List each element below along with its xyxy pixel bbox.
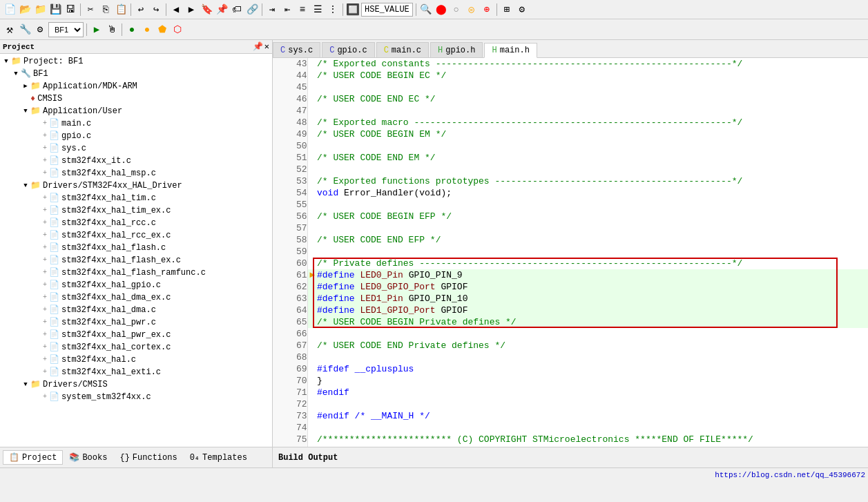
tree-hal-tim-ex[interactable]: + 📄 stm32f4xx_hal_tim_ex.c <box>0 204 272 217</box>
line-code <box>317 81 868 93</box>
tree-system-stm32[interactable]: + 📄 system_stm32f4xx.c <box>0 391 272 403</box>
tab-functions[interactable]: {} Functions <box>113 451 183 465</box>
table-row: 47 <box>273 105 868 117</box>
yellow-circle-icon[interactable]: ● <box>140 23 154 37</box>
tab-gpio-h[interactable]: H gpio.h <box>430 42 483 57</box>
toolbar-top: 📄 📂 📁 💾 🖫 ✂ ⎘ 📋 ↩ ↪ ◀ ▶ 🔖 📌 🏷 🔗 ⇥ ⇤ ≡ ☰ … <box>0 0 868 19</box>
open-icon[interactable]: 📁 <box>33 3 47 17</box>
bf1-expand-icon[interactable]: ▼ <box>11 68 21 79</box>
new-icon[interactable]: 📄 <box>3 3 17 17</box>
tree-sys-c[interactable]: ▶ + 📄 sys.c <box>0 142 272 155</box>
tree-drivers-cmsis[interactable]: ▼ 📁 Drivers/CMSIS <box>0 378 272 391</box>
align3-icon[interactable]: ⋮ <box>326 3 340 17</box>
tab-gpio-c[interactable]: C gpio.c <box>322 42 374 57</box>
open-folder-icon[interactable]: 📂 <box>18 3 32 17</box>
window-icon[interactable]: ⊞ <box>500 3 514 17</box>
inspect-icon[interactable]: 🔍 <box>419 3 433 17</box>
sys32-plus-icon: + <box>43 392 47 403</box>
tree-hal-exti[interactable]: + 📄 stm32f4xx_hal_exti.c <box>0 366 272 378</box>
align-icon[interactable]: ≡ <box>296 3 309 17</box>
hal-icon: 📄 <box>49 354 59 365</box>
remove-breakpoint-icon[interactable]: ⬡ <box>171 23 184 37</box>
halgpio-plus-icon: + <box>43 280 47 291</box>
settings-icon[interactable]: ⚙ <box>515 3 529 17</box>
cursor-icon[interactable]: 🖱 <box>105 23 119 37</box>
tab-main-c[interactable]: C main.c <box>376 42 429 57</box>
tree-hal-pwr[interactable]: + 📄 stm32f4xx_hal_pwr.c <box>0 316 272 329</box>
bookmark2-icon[interactable]: 📌 <box>215 3 229 17</box>
hal-expand-icon[interactable]: ▼ <box>21 180 30 191</box>
target-selector[interactable]: BF1 <box>48 22 84 37</box>
cut-icon[interactable]: ✂ <box>84 3 97 17</box>
tab-project[interactable]: 📋 Project <box>3 450 63 465</box>
tree-hal-rcc-ex[interactable]: + 📄 stm32f4xx_hal_rcc_ex.c <box>0 229 272 242</box>
line-number: 51 <box>273 152 307 164</box>
tree-hal-pwr-ex[interactable]: + 📄 stm32f4xx_hal_pwr_ex.c <box>0 329 272 341</box>
tab-main-h[interactable]: H main.h <box>484 43 537 58</box>
line-arrow <box>307 152 317 164</box>
build3-icon[interactable]: ⚙ <box>33 23 47 37</box>
indent-icon[interactable]: ⇥ <box>265 3 279 17</box>
code-editor[interactable]: 43/* Exported constants ----------------… <box>273 58 868 447</box>
tree-root[interactable]: ▼ 📁 Project: BF1 <box>0 55 272 68</box>
tree-main-c[interactable]: ▶ + 📄 main.c <box>0 117 272 130</box>
align2-icon[interactable]: ☰ <box>311 3 325 17</box>
tree-hal-rcc[interactable]: + 📄 stm32f4xx_hal_rcc.c <box>0 217 272 229</box>
tree-hal-dma-ex[interactable]: + 📄 stm32f4xx_hal_dma_ex.c <box>0 291 272 304</box>
target-icon[interactable]: ⊕ <box>480 3 494 17</box>
pin-icon[interactable]: 📌 <box>253 41 263 52</box>
build-icon[interactable]: ⚒ <box>3 23 17 37</box>
drvcmsis-expand-icon[interactable]: ▼ <box>21 379 30 390</box>
tree-hal-flash-ex[interactable]: + 📄 stm32f4xx_hal_flash_ex.c <box>0 254 272 267</box>
bookmark-icon[interactable]: 🔖 <box>200 3 213 17</box>
tree-cmsis[interactable]: ▶ ♦ CMSIS <box>0 93 272 105</box>
save-all-icon[interactable]: 🖫 <box>64 3 77 17</box>
circle2-icon[interactable]: ◎ <box>465 3 479 17</box>
tree-bf1[interactable]: ▼ 🔧 BF1 <box>0 68 272 80</box>
tree-hal-driver[interactable]: ▼ 📁 Drivers/STM32F4xx_HAL_Driver <box>0 180 272 192</box>
run-icon[interactable]: ▶ <box>90 23 104 37</box>
back-icon[interactable]: ◀ <box>169 3 183 17</box>
circle-icon[interactable]: ○ <box>450 3 463 17</box>
chip-icon[interactable]: 🔲 <box>346 3 360 17</box>
tab-sys-c[interactable]: C sys.c <box>273 42 320 57</box>
close-sidebar-icon[interactable]: ✕ <box>264 41 269 52</box>
line-code: #define LED0_GPIO_Port GPIOF <box>317 281 868 293</box>
tree-hal-flash-ram[interactable]: + 📄 stm32f4xx_hal_flash_ramfunc.c <box>0 267 272 279</box>
editor-area: C sys.c C gpio.c C main.c H gpio.h H mai… <box>273 40 868 467</box>
mdk-expand-icon[interactable]: ▶ <box>21 81 30 92</box>
tree-gpio-c[interactable]: ▶ + 📄 gpio.c <box>0 130 272 142</box>
tree-hal-dma[interactable]: + 📄 stm32f4xx_hal_dma.c <box>0 304 272 316</box>
root-expand-icon[interactable]: ▼ <box>1 56 11 67</box>
tree-hal-cortex[interactable]: + 📄 stm32f4xx_hal_cortex.c <box>0 341 272 354</box>
tree-mdk-arm[interactable]: ▶ 📁 Application/MDK-ARM <box>0 80 272 93</box>
haldma-plus-icon: + <box>43 305 47 316</box>
unindent-icon[interactable]: ⇤ <box>280 3 294 17</box>
copy-icon[interactable]: ⎘ <box>99 3 113 17</box>
tree-stm32-it[interactable]: ▶ + 📄 stm32f4xx_it.c <box>0 155 272 167</box>
bookmark3-icon[interactable]: 🏷 <box>230 3 244 17</box>
appuser-expand-icon[interactable]: ▼ <box>21 106 30 117</box>
build2-icon[interactable]: 🔧 <box>18 23 32 37</box>
sep5 <box>343 3 343 16</box>
add-breakpoint-icon[interactable]: ⬟ <box>155 23 169 37</box>
drvcmsis-label: Drivers/CMSIS <box>43 379 108 390</box>
bookmark4-icon[interactable]: 🔗 <box>245 3 259 17</box>
paste-icon[interactable]: 📋 <box>114 3 128 17</box>
tree-hal-flash[interactable]: + 📄 stm32f4xx_hal_flash.c <box>0 242 272 254</box>
tab-templates[interactable]: 0₄ Templates <box>184 450 253 465</box>
forward-icon[interactable]: ▶ <box>184 3 198 17</box>
undo-icon[interactable]: ↩ <box>134 3 148 17</box>
tree-hal-tim[interactable]: + 📄 stm32f4xx_hal_tim.c <box>0 192 272 204</box>
redo-icon[interactable]: ↪ <box>149 3 163 17</box>
build-output-bar[interactable]: Build Output <box>273 447 868 467</box>
tab-books[interactable]: 📚 Books <box>63 450 113 465</box>
tree-hal-msp[interactable]: ▶ + 📄 stm32f4xx_hal_msp.c <box>0 167 272 180</box>
tree-app-user[interactable]: ▼ 📁 Application/User <box>0 105 272 117</box>
tree-hal[interactable]: + 📄 stm32f4xx_hal.c <box>0 354 272 366</box>
save-icon[interactable]: 💾 <box>48 3 62 17</box>
debug-icon[interactable]: ⬤ <box>434 3 448 17</box>
tree-hal-gpio[interactable]: + 📄 stm32f4xx_hal_gpio.c <box>0 279 272 291</box>
green-circle-icon[interactable]: ● <box>125 23 139 37</box>
halexti-plus-icon: + <box>43 367 47 378</box>
